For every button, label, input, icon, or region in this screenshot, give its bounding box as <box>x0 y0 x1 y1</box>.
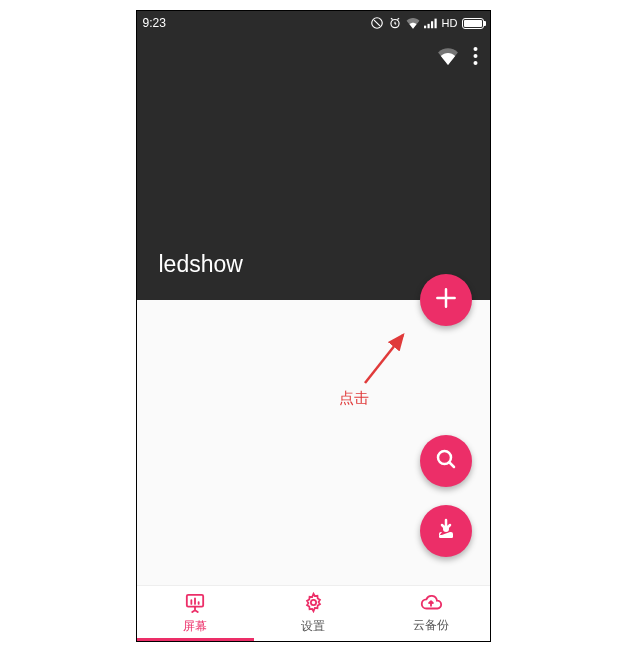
download-button[interactable] <box>420 505 472 557</box>
status-time: 9:23 <box>143 16 166 30</box>
wifi-strength-icon <box>406 17 420 29</box>
gear-icon <box>303 592 324 616</box>
bottom-nav: 屏幕 设置 云备份 <box>137 585 490 641</box>
svg-point-10 <box>443 526 449 532</box>
search-button[interactable] <box>420 435 472 487</box>
wifi-icon[interactable] <box>437 47 459 69</box>
signal-icon <box>424 17 438 29</box>
status-bar: 9:23 HD <box>137 11 490 35</box>
svg-point-8 <box>473 61 477 65</box>
alarm-icon <box>388 16 402 30</box>
page-title: ledshow <box>159 251 243 278</box>
download-icon <box>434 517 458 545</box>
appbar-hero: ledshow <box>137 35 490 300</box>
nav-item-cloud-backup[interactable]: 云备份 <box>372 586 490 641</box>
cloud-backup-icon <box>419 594 443 615</box>
svg-point-7 <box>473 54 477 58</box>
nav-label: 云备份 <box>413 617 449 634</box>
add-button[interactable] <box>420 274 472 326</box>
overflow-menu-icon[interactable] <box>473 47 478 69</box>
chart-presentation-icon <box>184 593 206 616</box>
do-not-disturb-icon <box>370 16 384 30</box>
status-icons: HD <box>370 16 484 30</box>
battery-icon <box>462 18 484 29</box>
svg-rect-11 <box>439 535 453 538</box>
svg-point-6 <box>473 47 477 51</box>
search-icon <box>434 447 458 475</box>
svg-rect-2 <box>424 26 426 29</box>
hd-label: HD <box>442 17 458 29</box>
svg-rect-3 <box>427 24 429 28</box>
svg-rect-4 <box>431 21 433 28</box>
svg-rect-5 <box>434 19 436 29</box>
nav-label: 屏幕 <box>183 618 207 635</box>
phone-frame: 9:23 HD le <box>136 10 491 642</box>
nav-item-settings[interactable]: 设置 <box>254 586 372 641</box>
svg-point-15 <box>310 600 315 605</box>
nav-label: 设置 <box>301 618 325 635</box>
nav-item-screen[interactable]: 屏幕 <box>137 586 255 641</box>
plus-icon <box>433 285 459 315</box>
